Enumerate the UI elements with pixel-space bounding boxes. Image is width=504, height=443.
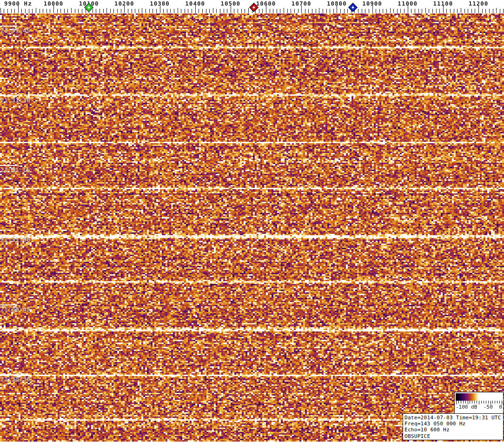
info-line-freq: Freq=143 050 000 Hz — [405, 421, 502, 427]
freq-tick-label: 10900 — [356, 0, 389, 7]
time-tick — [0, 235, 17, 236]
info-line-date: Date=2014-07-03 Time=19:31 UTC — [405, 415, 502, 421]
freq-tick-label: 10000 — [37, 0, 70, 7]
time-tick — [0, 165, 17, 166]
freq-tick-label: 11100 — [427, 0, 459, 7]
freq-tick-label: 10700 — [285, 0, 318, 7]
colorbar: -100 dB -50 0 — [454, 392, 504, 414]
colorbar-gradient — [456, 393, 502, 401]
freq-tick-label: 9900 Hz — [2, 0, 34, 7]
freq-tick-label: 11200 — [462, 0, 495, 7]
time-tick — [0, 26, 17, 26]
colorbar-label-mid: -50 — [484, 404, 493, 410]
freq-tick-label: 10400 — [179, 0, 212, 7]
waterfall-spectrogram[interactable] — [0, 13, 504, 442]
colorbar-label-max: 0 — [499, 404, 502, 410]
freq-tick-label: 10800 — [320, 0, 353, 7]
time-label: 21:31:45 — [0, 27, 30, 34]
time-label: 21:30:30 — [0, 376, 30, 383]
colorbar-label-min: -100 dB — [456, 404, 477, 410]
time-tick — [0, 95, 17, 96]
freq-tick-label: 10200 — [108, 0, 140, 7]
info-line-observer: OBSUPICE — [405, 433, 502, 439]
time-tick — [0, 304, 17, 305]
time-label: 21:31:30 — [0, 97, 30, 104]
frequency-axis[interactable]: 9900 Hz100001010010200103001040010500106… — [0, 0, 504, 13]
blue-marker-core — [351, 6, 354, 9]
red-marker-core — [252, 6, 255, 9]
freq-tick-label: 10500 — [214, 0, 247, 7]
spectrogram-window: 9900 Hz100001010010200103001040010500106… — [0, 0, 504, 443]
info-line-echo: Echo=10 600 Hz — [405, 427, 502, 433]
time-label: 21:30:45 — [0, 306, 30, 313]
time-label: 21:31:15 — [0, 166, 30, 173]
info-box: Date=2014-07-03 Time=19:31 UTC Freq=143 … — [403, 413, 504, 440]
time-tick — [0, 374, 17, 375]
time-label: 21:31:00 — [0, 236, 30, 243]
green-marker-core — [87, 6, 90, 9]
freq-tick-label: 10300 — [144, 0, 176, 7]
freq-tick-label: 11000 — [391, 0, 424, 7]
colorbar-labels: -100 dB -50 0 — [455, 404, 503, 410]
